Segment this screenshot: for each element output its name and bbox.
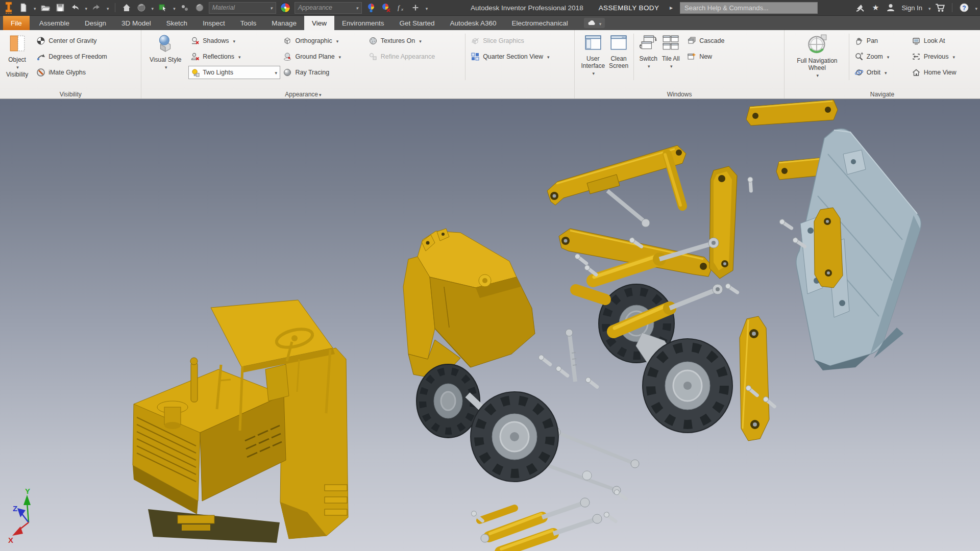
help-caret[interactable]: [974, 3, 977, 12]
new-window-button[interactable]: New: [685, 48, 726, 64]
select-dropdown[interactable]: [172, 3, 176, 12]
lights-combo-caret: [274, 69, 278, 76]
tab-manage[interactable]: Manage: [264, 16, 304, 30]
user-interface-button[interactable]: User Interface: [579, 33, 607, 79]
redo-dropdown[interactable]: [106, 3, 109, 12]
material-combo-caret: [269, 4, 273, 11]
tab-3d-model[interactable]: 3D Model: [114, 16, 159, 30]
user-avatar-icon[interactable]: [885, 2, 896, 13]
cascade-label: Cascade: [699, 37, 724, 44]
add-icon[interactable]: [410, 2, 421, 13]
titlebar-separator: [952, 3, 952, 12]
new-file-dropdown[interactable]: [33, 3, 36, 12]
sign-in-button[interactable]: Sign In: [901, 4, 922, 12]
tab-file[interactable]: File: [3, 16, 30, 30]
adjust-appearance-icon[interactable]: [365, 2, 377, 13]
full-navigation-wheel-icon: [807, 34, 827, 55]
material-sphere-icon[interactable]: [194, 2, 205, 13]
textures-on-button[interactable]: Textures On: [366, 33, 462, 48]
quarter-section-view-label: Quarter Section View: [483, 53, 543, 60]
previous-view-caret: [951, 53, 955, 60]
parameters-fx-icon[interactable]: fx: [395, 2, 406, 13]
render-icon[interactable]: [136, 2, 147, 13]
search-input[interactable]: [680, 2, 818, 14]
ribbon-display-options-button[interactable]: [584, 18, 605, 28]
expand-arrow-icon[interactable]: [670, 0, 673, 15]
zoom-button[interactable]: Zoom: [852, 48, 910, 64]
ray-tracing-button[interactable]: Ray Tracing: [281, 64, 366, 80]
svg-text:f: f: [398, 4, 401, 11]
look-at-button[interactable]: Look At: [910, 33, 976, 48]
select-tool-icon[interactable]: [157, 2, 168, 13]
sign-in-caret[interactable]: [927, 3, 931, 12]
store-cart-icon[interactable]: [935, 2, 946, 13]
favorites-star-icon[interactable]: [870, 2, 881, 13]
help-icon[interactable]: ?: [959, 2, 970, 13]
previous-view-icon: [912, 52, 921, 61]
tab-assemble[interactable]: Assemble: [32, 16, 77, 30]
tab-tools[interactable]: Tools: [233, 16, 264, 30]
pan-button[interactable]: Pan: [852, 33, 910, 48]
appearance-panel-label[interactable]: Appearance: [141, 91, 464, 98]
orbit-button[interactable]: Orbit: [852, 64, 910, 80]
undo-dropdown[interactable]: [84, 3, 88, 12]
orthographic-button[interactable]: Orthographic: [281, 33, 366, 48]
object-visibility-button[interactable]: Object Visibility: [4, 33, 30, 80]
open-folder-icon[interactable]: [40, 2, 51, 13]
tab-view[interactable]: View: [304, 16, 334, 30]
switch-windows-button[interactable]: Switch: [637, 33, 659, 71]
previous-view-button[interactable]: Previous: [910, 48, 976, 64]
tab-sketch[interactable]: Sketch: [159, 16, 195, 30]
undo-icon[interactable]: [69, 2, 81, 13]
ribbon-view-tab-panels: Object Visibility Center of Gravity Degr…: [0, 30, 980, 99]
clean-screen-button[interactable]: Clean Screen: [607, 33, 630, 71]
color-wheel-icon[interactable]: [280, 2, 291, 13]
viewport-3d[interactable]: Y Z X: [0, 99, 980, 551]
quarter-section-view-button[interactable]: Quarter Section View: [469, 48, 570, 64]
home-icon[interactable]: [121, 2, 132, 13]
tab-environments[interactable]: Environments: [334, 16, 392, 30]
reflections-button[interactable]: Reflections: [188, 48, 281, 64]
communication-center-icon[interactable]: [854, 2, 866, 13]
sketch-dots-icon[interactable]: [179, 2, 190, 13]
appearance-combo: Appearance: [295, 2, 362, 14]
model-link-plate-center[interactable]: [740, 316, 769, 441]
windows-panel-label[interactable]: Windows: [575, 91, 783, 98]
redo-icon[interactable]: [91, 2, 102, 13]
visual-style-button[interactable]: Visual Style: [145, 33, 185, 72]
clean-screen-icon: [609, 34, 628, 53]
home-view-button[interactable]: Home View: [910, 64, 976, 80]
visual-style-icon: [156, 34, 175, 54]
material-combo-text: Material: [212, 4, 235, 11]
save-icon[interactable]: [55, 2, 66, 13]
degrees-of-freedom-button[interactable]: Degrees of Freedom: [34, 48, 109, 64]
tab-autodesk-a360[interactable]: Autodesk A360: [443, 16, 504, 30]
model-link-plate-right[interactable]: [814, 208, 843, 288]
orthographic-label: Orthographic: [295, 37, 332, 44]
titlebar-right-cluster: Sign In ?: [854, 0, 977, 15]
qat-options-caret[interactable]: [425, 3, 428, 12]
inventor-logo[interactable]: [3, 2, 14, 13]
center-of-gravity-button[interactable]: Center of Gravity: [34, 33, 109, 48]
lights-combo[interactable]: Two Lights: [188, 66, 280, 79]
tab-get-started[interactable]: Get Started: [392, 16, 443, 30]
tab-electromechanical[interactable]: Electromechanical: [504, 16, 575, 30]
shadows-button[interactable]: Shadows: [188, 33, 281, 48]
visibility-panel-label[interactable]: Visibility: [0, 91, 141, 98]
refine-appearance-icon: [369, 52, 378, 61]
full-navigation-wheel-button[interactable]: Full Navigation Wheel: [789, 33, 846, 81]
ground-plane-button[interactable]: Ground Plane: [281, 48, 366, 64]
imate-glyphs-button[interactable]: iMate Glyphs: [34, 64, 109, 80]
tile-all-button[interactable]: Tile All: [659, 33, 682, 71]
app-title: Autodesk Inventor Professional 2018: [471, 4, 583, 12]
render-dropdown[interactable]: [151, 3, 154, 12]
center-of-gravity-icon: [36, 36, 45, 45]
tab-design[interactable]: Design: [77, 16, 114, 30]
new-file-icon[interactable]: [18, 2, 29, 13]
cascade-button[interactable]: Cascade: [685, 33, 726, 48]
previous-view-label: Previous: [924, 53, 949, 60]
tab-inspect[interactable]: Inspect: [195, 16, 233, 30]
object-visibility-icon: [8, 34, 27, 54]
clear-appearance-icon[interactable]: [380, 2, 391, 13]
navigate-panel-label[interactable]: Navigate: [785, 91, 980, 98]
